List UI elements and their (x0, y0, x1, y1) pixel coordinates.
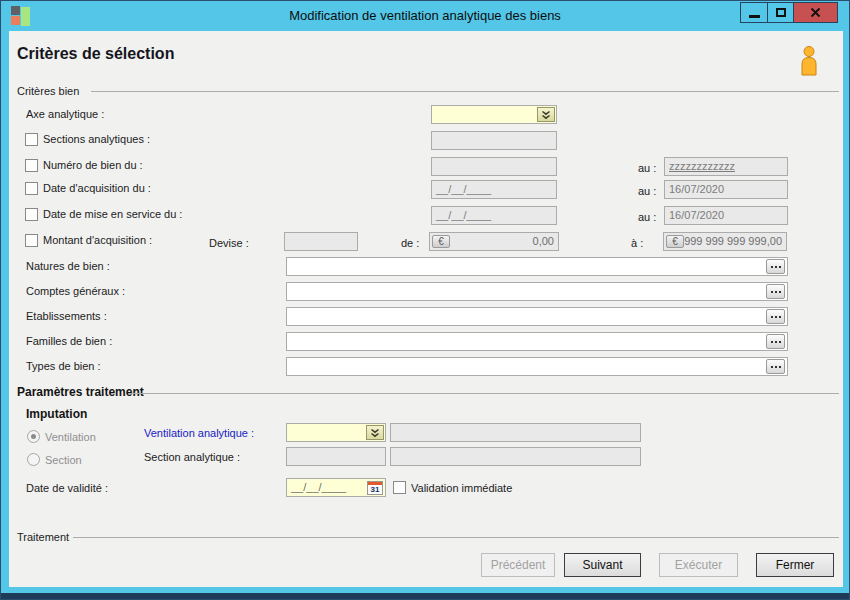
axe-analytique-dropdown-button[interactable] (537, 107, 555, 122)
euro-icon: € (432, 235, 450, 248)
date-acquisition-du-field: __/__/____ (431, 180, 557, 199)
radio-section-label: Section (45, 454, 82, 466)
parametres-traitement-groupline (131, 393, 839, 394)
criteres-bien-groupline (91, 91, 839, 92)
radio-section (27, 453, 40, 466)
window-title: Modification de ventilation analytique d… (1, 8, 849, 23)
page-title: Critères de sélection (17, 45, 174, 63)
ellipsis-icon (771, 341, 773, 343)
date-acquisition-du-value: __/__/____ (436, 183, 491, 195)
parametres-traitement-legend: Paramètres traitement (17, 385, 144, 399)
date-acquisition-au-field: 16/07/2020 (664, 180, 788, 199)
etablissements-input[interactable] (286, 307, 788, 326)
montant-de-value: 0,00 (533, 233, 554, 250)
types-bien-browse-button[interactable] (766, 359, 785, 374)
calendar-button[interactable]: 31 (367, 481, 383, 495)
fermer-button[interactable]: Fermer (756, 553, 834, 577)
familles-bien-browse-button[interactable] (766, 334, 785, 349)
titlebar: Modification de ventilation analytique d… (1, 1, 849, 31)
montant-de-label: de : (401, 237, 419, 249)
date-validite-input[interactable]: __/__/____ 31 (286, 478, 386, 497)
double-chevron-down-icon (370, 428, 380, 438)
axe-analytique-combo[interactable] (431, 105, 557, 124)
natures-bien-browse-button[interactable] (766, 259, 785, 274)
etablissements-label: Etablissements : (26, 310, 107, 322)
montant-a-value: 999 999 999 999,00 (684, 233, 782, 250)
window-bottom-edge (1, 593, 849, 599)
axe-analytique-label: Axe analytique : (26, 108, 104, 120)
ventilation-analytique-dropdown-button[interactable] (366, 425, 384, 440)
numero-bien-au-label: au : (638, 162, 656, 174)
numero-bien-du-field (431, 157, 557, 176)
imputation-label: Imputation (26, 407, 87, 421)
minimize-button[interactable] (741, 3, 767, 22)
date-mise-service-checkbox[interactable] (25, 208, 38, 221)
familles-bien-label: Familles de bien : (26, 335, 112, 347)
ellipsis-icon (771, 316, 773, 318)
devise-label: Devise : (209, 237, 249, 249)
natures-bien-label: Natures de bien : (26, 260, 110, 272)
numero-bien-label: Numéro de bien du : (43, 159, 143, 171)
date-acquisition-au-value: 16/07/2020 (669, 183, 724, 195)
validation-immediate-label: Validation immédiate (411, 482, 512, 494)
date-validite-label: Date de validité : (26, 482, 108, 494)
executer-button: Exécuter (659, 553, 738, 577)
date-mise-service-au-field: 16/07/2020 (664, 206, 788, 225)
minimize-icon (749, 15, 760, 18)
application-window: Modification de ventilation analytique d… (0, 0, 850, 600)
dialog-body: Critères de sélection Critères bien Axe … (9, 31, 843, 587)
montant-a-label: à : (631, 237, 643, 249)
date-mise-service-label: Date de mise en service du : (43, 208, 182, 220)
section-analytique-label: Section analytique : (144, 451, 240, 463)
radio-ventilation (27, 430, 40, 443)
ventilation-analytique-combo[interactable] (286, 423, 386, 442)
comptes-generaux-browse-button[interactable] (766, 284, 785, 299)
types-bien-input[interactable] (286, 357, 788, 376)
ellipsis-icon (771, 291, 773, 293)
date-mise-service-du-value: __/__/____ (436, 209, 491, 221)
numero-bien-au-field: zzzzzzzzzzzz (664, 157, 788, 176)
sections-analytiques-label: Sections analytiques : (43, 133, 150, 145)
traitement-legend: Traitement (17, 531, 69, 543)
types-bien-label: Types de bien : (26, 360, 101, 372)
sections-analytiques-checkbox[interactable] (25, 133, 38, 146)
date-mise-service-au-label: au : (638, 211, 656, 223)
ellipsis-icon (771, 266, 773, 268)
close-button[interactable] (793, 3, 837, 22)
user-icon[interactable] (798, 45, 820, 76)
radio-ventilation-label: Ventilation (45, 431, 96, 443)
familles-bien-input[interactable] (286, 332, 788, 351)
ellipsis-icon (771, 366, 773, 368)
montant-acquisition-label: Montant d'acquisition : (43, 234, 152, 246)
maximize-icon (776, 8, 786, 17)
section-analytique-field (286, 447, 386, 466)
validation-immediate-checkbox[interactable] (393, 481, 406, 494)
date-acquisition-checkbox[interactable] (25, 182, 38, 195)
numero-bien-au-value: zzzzzzzzzzzz (669, 160, 735, 172)
traitement-groupline (73, 537, 839, 538)
suivant-button[interactable]: Suivant (564, 553, 641, 577)
euro-icon: € (666, 235, 684, 248)
date-acquisition-label: Date d'acquisition du : (43, 182, 151, 194)
window-controls (740, 2, 838, 23)
etablissements-browse-button[interactable] (766, 309, 785, 324)
sections-analytiques-field (431, 131, 557, 150)
numero-bien-checkbox[interactable] (25, 159, 38, 172)
comptes-generaux-input[interactable] (286, 282, 788, 301)
ventilation-analytique-label: Ventilation analytique : (144, 427, 254, 439)
montant-de-field: € 0,00 (429, 232, 559, 251)
calendar-day: 31 (368, 485, 382, 495)
natures-bien-input[interactable] (286, 257, 788, 276)
date-mise-service-du-field: __/__/____ (431, 206, 557, 225)
devise-field (284, 232, 358, 251)
comptes-generaux-label: Comptes généraux : (26, 285, 125, 297)
ventilation-analytique-detail-field (390, 423, 641, 442)
section-analytique-detail-field (390, 447, 641, 466)
date-mise-service-au-value: 16/07/2020 (669, 209, 724, 221)
date-validite-value: __/__/____ (291, 481, 346, 493)
double-chevron-down-icon (541, 110, 551, 120)
montant-acquisition-checkbox[interactable] (25, 234, 38, 247)
date-acquisition-au-label: au : (638, 185, 656, 197)
maximize-button[interactable] (767, 3, 793, 22)
montant-a-field: € 999 999 999 999,00 (663, 232, 787, 251)
